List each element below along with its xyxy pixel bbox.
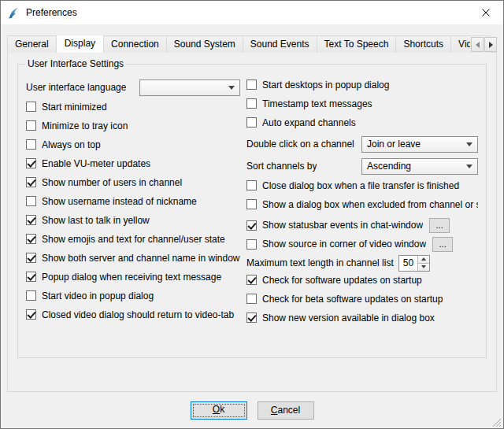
tab[interactable]: Display	[56, 35, 104, 53]
settings-columns: User interface language Star	[26, 79, 478, 331]
checkbox-row[interactable]: Minimize to tray icon	[26, 120, 240, 131]
tab-control: General Display Connection Sound System …	[7, 35, 497, 392]
tab[interactable]: Connection	[103, 35, 167, 53]
right-column: Start desktops in popup dialog Timestamp…	[246, 79, 478, 331]
checkbox[interactable]	[26, 102, 36, 112]
checkbox-row[interactable]: Check for beta software updates on start…	[246, 293, 478, 305]
checkbox-row[interactable]: Close dialog box when a file transfer is…	[246, 179, 478, 191]
tab-scroll-left-button[interactable]	[471, 37, 484, 52]
checkbox[interactable]	[26, 272, 36, 282]
checkbox-row[interactable]: Show a dialog box when excluded from cha…	[246, 198, 478, 210]
checkbox-label: Show source in corner of video window	[262, 239, 426, 250]
checkbox-row[interactable]: Show new version available in dialog box	[246, 312, 478, 324]
checkbox[interactable]	[246, 117, 257, 128]
checkbox-label: Closed video dialog should return to vid…	[42, 309, 234, 320]
checkbox[interactable]	[246, 199, 257, 209]
checkbox[interactable]	[26, 215, 36, 225]
window-title: Preferences	[26, 7, 77, 18]
title-bar[interactable]: Preferences	[1, 1, 503, 24]
checkbox-row[interactable]: Always on top	[26, 139, 240, 150]
checkbox[interactable]	[26, 234, 36, 244]
checkbox[interactable]	[246, 275, 257, 285]
tab-label: General	[15, 39, 49, 50]
double-click-value: Join or leave	[367, 139, 421, 150]
resize-grip[interactable]	[491, 416, 502, 427]
checkbox[interactable]	[246, 180, 257, 190]
tab[interactable]: Sound Events	[243, 35, 317, 53]
chevron-down-icon	[466, 142, 472, 146]
close-button[interactable]	[468, 1, 503, 24]
checkbox[interactable]	[246, 239, 257, 250]
checkbox-row[interactable]: Closed video dialog should return to vid…	[26, 309, 240, 320]
language-label: User interface language	[26, 82, 126, 93]
checkbox[interactable]	[246, 98, 257, 109]
checkbox[interactable]	[246, 220, 257, 231]
tab[interactable]: Sound System	[166, 35, 243, 53]
tab-page-display: User Interface Settings User interface l…	[7, 52, 497, 392]
video-source-row[interactable]: Show source in corner of video window ..…	[246, 236, 478, 252]
checkbox-label: Check for software updates on startup	[262, 275, 422, 286]
cancel-button[interactable]: Cancel	[258, 401, 314, 420]
spin-down-icon	[421, 265, 426, 268]
left-column: User interface language Star	[26, 79, 240, 331]
checkbox[interactable]	[26, 177, 36, 187]
checkbox-row[interactable]: Show number of users in channel	[26, 176, 240, 188]
checkbox-row[interactable]: Show both server and channel name in win…	[26, 252, 240, 264]
checkbox[interactable]	[246, 294, 257, 304]
preferences-window: Preferences General Display Connection	[0, 0, 504, 429]
double-click-dropdown[interactable]: Join or leave	[361, 136, 478, 153]
checkbox-label: Show a dialog box when excluded from cha…	[262, 199, 478, 210]
group-title: User Interface Settings	[24, 58, 127, 69]
sort-channels-label: Sort channels by	[246, 161, 317, 172]
checkbox[interactable]	[26, 196, 36, 206]
sort-channels-row: Sort channels by Ascending	[246, 157, 478, 175]
checkbox[interactable]	[246, 80, 257, 90]
spin-up-button[interactable]	[417, 256, 429, 263]
language-dropdown[interactable]	[139, 80, 240, 96]
max-text-length-value: 50	[399, 256, 417, 271]
checkbox[interactable]	[26, 120, 36, 131]
checkbox-label: Start video in popup dialog	[42, 290, 154, 301]
tab[interactable]: Shortcuts	[395, 35, 451, 53]
checkbox-label: Show number of users in channel	[42, 177, 182, 188]
ok-button[interactable]: Ok	[191, 401, 247, 420]
tab-label: Connection	[111, 39, 159, 50]
sort-channels-value: Ascending	[367, 161, 411, 172]
video-source-more-button[interactable]: ...	[432, 237, 453, 252]
checkbox-row[interactable]: Enable VU-meter updates	[26, 157, 240, 169]
arrow-left-icon	[476, 42, 480, 48]
max-text-length-spinner[interactable]: 50	[398, 255, 430, 272]
max-text-length-label: Maximum text length in channel list	[246, 257, 394, 268]
checkbox-label: Check for beta software updates on start…	[262, 294, 443, 305]
checkbox-row[interactable]: Show last to talk in yellow	[26, 214, 240, 226]
checkbox[interactable]	[26, 253, 36, 263]
spin-down-button[interactable]	[417, 263, 429, 271]
checkbox[interactable]	[26, 139, 36, 150]
checkbox[interactable]	[26, 290, 36, 301]
statusbar-events-row[interactable]: Show statusbar events in chat-window ...	[246, 217, 478, 233]
checkbox-row[interactable]: Check for software updates on startup	[246, 274, 478, 286]
tab[interactable]: Text To Speech	[317, 35, 397, 53]
tab[interactable]: General	[7, 35, 57, 53]
checkbox-row[interactable]: Start video in popup dialog	[26, 290, 240, 301]
checkbox-row[interactable]: Auto expand channels	[246, 116, 478, 128]
checkbox-label: Always on top	[42, 139, 101, 150]
spin-up-icon	[421, 257, 426, 261]
statusbar-events-more-button[interactable]: ...	[429, 218, 450, 233]
checkbox-row[interactable]: Popup dialog when receiving text message	[26, 271, 240, 283]
checkbox[interactable]	[26, 309, 36, 320]
right-checkbox-list-top: Start desktops in popup dialog Timestamp…	[246, 79, 478, 128]
checkbox-row[interactable]: Start desktops in popup dialog	[246, 79, 478, 91]
checkbox-label: Start desktops in popup dialog	[262, 80, 389, 91]
tab-label: Display	[65, 38, 95, 49]
checkbox-label: Auto expand channels	[262, 117, 356, 128]
checkbox-row[interactable]: Show emojis and text for channel/user st…	[26, 233, 240, 245]
tab-scroll-right-button[interactable]	[484, 37, 497, 52]
checkbox-row[interactable]: Show username instead of nickname	[26, 195, 240, 207]
sort-channels-dropdown[interactable]: Ascending	[361, 158, 478, 175]
checkbox[interactable]	[246, 313, 257, 323]
tab-scroller	[470, 37, 497, 52]
checkbox-row[interactable]: Timestamp text messages	[246, 98, 478, 109]
checkbox[interactable]	[26, 158, 36, 168]
checkbox-row[interactable]: Start minimized	[26, 101, 240, 113]
